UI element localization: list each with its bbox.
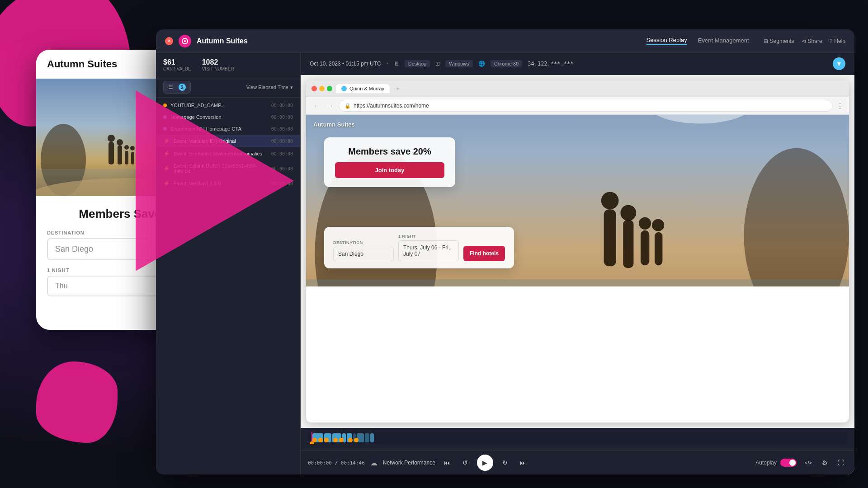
playback-current-time: 00:00:00 / 00:14:46 [308, 460, 365, 466]
elapsed-time-button[interactable]: View Elapsed Time ▾ [246, 84, 293, 90]
destination-field-label: DESTINATION [333, 240, 394, 245]
browser-dots [311, 86, 332, 91]
mobile-logo: Autumn Suites [47, 58, 117, 70]
back-button[interactable]: ← [311, 101, 321, 110]
svg-point-28 [639, 217, 651, 230]
svg-rect-6 [118, 145, 122, 164]
filter-count: 2 [179, 84, 186, 91]
nav-event-management[interactable]: Event Management [698, 37, 749, 45]
code-icon: </> [805, 460, 812, 465]
svg-point-7 [117, 139, 123, 145]
svg-point-30 [652, 219, 664, 231]
search-row: DESTINATION San Diego 1 NIGHT Thurs, Jul… [333, 234, 505, 261]
replay-button[interactable]: ↺ [459, 456, 472, 469]
session-info-bar: Oct 10, 2023 • 01:15 pm UTC • 🖥 Desktop … [301, 53, 854, 75]
tl-seg-blue [365, 433, 369, 442]
chevron-down-icon: ▾ [290, 84, 293, 90]
windows-icon: ⊞ [435, 61, 440, 67]
cart-value-label: Cart value [163, 66, 191, 71]
svg-rect-22 [306, 279, 849, 286]
visit-number-meta: 1082 Visit number [202, 58, 234, 71]
settings-button[interactable]: ⚙ [818, 456, 831, 469]
skip-to-end-button[interactable]: ⏭ [517, 456, 529, 469]
timeline-visual[interactable] [308, 432, 847, 444]
help-button[interactable]: ? Help [830, 38, 845, 44]
desktop-icon: 🖥 [394, 61, 399, 67]
join-today-button[interactable]: Join today [335, 162, 444, 178]
skip-forward-button[interactable]: ↻ [499, 456, 511, 469]
nights-field-label: 1 NIGHT [398, 234, 459, 239]
website-hero: Autumn Suites Members save 20% Join toda… [306, 115, 849, 286]
svg-point-14 [184, 40, 186, 42]
svg-point-26 [620, 205, 636, 221]
elapsed-time-label: View Elapsed Time [246, 84, 288, 90]
new-tab-button[interactable]: + [393, 84, 402, 93]
svg-point-5 [108, 135, 115, 142]
timeline-event-dots [312, 438, 359, 442]
device-tag: Desktop [405, 60, 430, 67]
svg-rect-23 [604, 209, 616, 266]
right-controls: </> ⚙ ⛶ [802, 456, 847, 469]
segments-button[interactable]: ⊟ Segments [764, 38, 794, 44]
skip-to-start-button[interactable]: ⏮ [441, 456, 453, 469]
tab-title: Quinn & Murray [349, 86, 384, 91]
more-options-button[interactable]: ⋮ [836, 102, 844, 110]
share-button[interactable]: ⊲ Share [802, 38, 822, 44]
help-icon: ? [830, 38, 833, 44]
tl-seg-blue [370, 433, 374, 442]
event-marker-orange [354, 438, 359, 442]
svg-rect-27 [641, 230, 649, 265]
svg-rect-10 [131, 152, 134, 164]
svg-rect-4 [108, 142, 114, 164]
browser-tab[interactable]: Quinn & Murray [336, 84, 390, 93]
destination-field-input[interactable]: San Diego [333, 247, 394, 261]
app-logo-icon [179, 35, 191, 47]
network-performance-label: Network Performance [383, 460, 435, 466]
fullscreen-button[interactable]: ⛶ [835, 456, 847, 469]
svg-point-11 [130, 146, 135, 150]
destination-field: DESTINATION San Diego [333, 240, 394, 261]
play-pause-button[interactable]: ▶ [477, 455, 493, 471]
playback-controls: 00:00:00 / 00:14:46 ☁ Network Performanc… [301, 450, 854, 474]
event-marker-orange [324, 438, 329, 442]
autoplay-toggle[interactable] [780, 459, 797, 467]
app-title: Autumn Suites [197, 37, 248, 45]
hotel-search-card: DESTINATION San Diego 1 NIGHT Thurs, Jul… [324, 227, 514, 268]
promo-title: Members save 20% [335, 146, 444, 157]
nav-actions: ⊟ Segments ⊲ Share ? Help [764, 38, 845, 44]
dot-red [311, 86, 317, 91]
session-topbar: ✕ Autumn Suites Session Replay Event Man… [156, 29, 854, 53]
session-date: Oct 10, 2023 • 01:15 pm UTC [310, 61, 381, 67]
lock-icon: 🔒 [344, 103, 351, 109]
browser-icon: 🌐 [478, 61, 485, 67]
autoplay-section: Autoplay [755, 459, 797, 467]
close-button[interactable]: ✕ [165, 37, 173, 45]
nights-field: 1 NIGHT Thurs, July 06 - Fri, July 07 [398, 234, 459, 261]
playhead-dot [310, 441, 314, 444]
promo-card: Members save 20% Join today [324, 137, 455, 187]
forward-button[interactable]: → [325, 101, 335, 110]
settings-icon: ⚙ [822, 459, 828, 466]
cart-value: $61 [163, 58, 191, 66]
visit-number-label: Visit number [202, 66, 234, 71]
blob-decoration-bottom [36, 361, 118, 443]
nights-field-input[interactable]: Thurs, July 06 - Fri, July 07 [398, 240, 459, 261]
autoplay-label: Autoplay [755, 460, 777, 466]
find-hotels-button[interactable]: Find hotels [463, 246, 505, 261]
url-bar[interactable]: 🔒 https://autumnsuites.com/home [339, 100, 833, 112]
svg-rect-25 [623, 220, 633, 268]
play-icon: ▶ [482, 459, 487, 466]
share-icon: ⊲ [802, 38, 806, 44]
browser-mockup: Quinn & Murray + ← → 🔒 https://autumnsui… [306, 80, 849, 422]
nav-session-replay[interactable]: Session Replay [646, 37, 687, 45]
svg-point-9 [124, 145, 129, 150]
code-button[interactable]: </> [802, 456, 815, 469]
segments-icon: ⊟ [764, 38, 768, 44]
event-marker-orange [318, 438, 323, 442]
event-marker-orange [348, 438, 353, 442]
dot-green [327, 86, 332, 91]
ip-address: 34.122.***.*** [528, 61, 573, 67]
download-button[interactable]: ▼ [833, 57, 845, 70]
event-marker-orange [333, 438, 338, 442]
fullscreen-icon: ⛶ [838, 459, 844, 466]
